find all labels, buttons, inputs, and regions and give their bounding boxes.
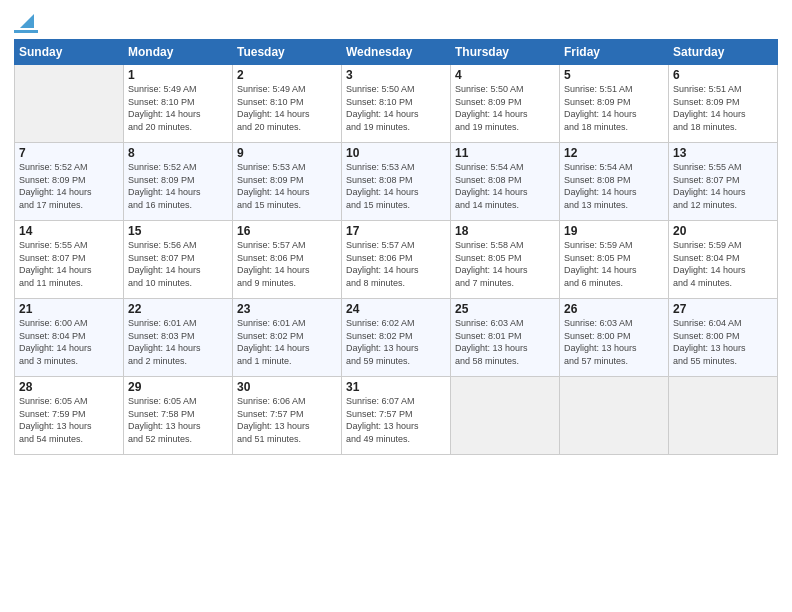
day-number: 17 [346, 224, 446, 238]
day-info: Sunrise: 5:58 AM Sunset: 8:05 PM Dayligh… [455, 239, 555, 289]
day-info: Sunrise: 6:00 AM Sunset: 8:04 PM Dayligh… [19, 317, 119, 367]
day-header-tuesday: Tuesday [233, 40, 342, 65]
calendar-cell [451, 377, 560, 455]
calendar-cell: 18Sunrise: 5:58 AM Sunset: 8:05 PM Dayli… [451, 221, 560, 299]
day-info: Sunrise: 5:49 AM Sunset: 8:10 PM Dayligh… [237, 83, 337, 133]
logo-icon [16, 10, 38, 32]
calendar-cell: 2Sunrise: 5:49 AM Sunset: 8:10 PM Daylig… [233, 65, 342, 143]
day-info: Sunrise: 5:53 AM Sunset: 8:08 PM Dayligh… [346, 161, 446, 211]
calendar-cell: 25Sunrise: 6:03 AM Sunset: 8:01 PM Dayli… [451, 299, 560, 377]
calendar-cell: 6Sunrise: 5:51 AM Sunset: 8:09 PM Daylig… [669, 65, 778, 143]
day-number: 7 [19, 146, 119, 160]
day-header-monday: Monday [124, 40, 233, 65]
calendar-cell: 8Sunrise: 5:52 AM Sunset: 8:09 PM Daylig… [124, 143, 233, 221]
day-number: 1 [128, 68, 228, 82]
day-number: 22 [128, 302, 228, 316]
day-number: 2 [237, 68, 337, 82]
day-number: 3 [346, 68, 446, 82]
calendar-cell: 16Sunrise: 5:57 AM Sunset: 8:06 PM Dayli… [233, 221, 342, 299]
day-number: 18 [455, 224, 555, 238]
week-row-3: 21Sunrise: 6:00 AM Sunset: 8:04 PM Dayli… [15, 299, 778, 377]
day-number: 31 [346, 380, 446, 394]
day-info: Sunrise: 6:03 AM Sunset: 8:01 PM Dayligh… [455, 317, 555, 367]
day-number: 10 [346, 146, 446, 160]
calendar-cell: 14Sunrise: 5:55 AM Sunset: 8:07 PM Dayli… [15, 221, 124, 299]
day-number: 9 [237, 146, 337, 160]
calendar-cell: 13Sunrise: 5:55 AM Sunset: 8:07 PM Dayli… [669, 143, 778, 221]
calendar-cell [560, 377, 669, 455]
calendar-cell: 21Sunrise: 6:00 AM Sunset: 8:04 PM Dayli… [15, 299, 124, 377]
header-row: SundayMondayTuesdayWednesdayThursdayFrid… [15, 40, 778, 65]
week-row-0: 1Sunrise: 5:49 AM Sunset: 8:10 PM Daylig… [15, 65, 778, 143]
calendar-cell: 1Sunrise: 5:49 AM Sunset: 8:10 PM Daylig… [124, 65, 233, 143]
day-number: 27 [673, 302, 773, 316]
calendar-cell: 7Sunrise: 5:52 AM Sunset: 8:09 PM Daylig… [15, 143, 124, 221]
calendar-cell [669, 377, 778, 455]
day-info: Sunrise: 5:55 AM Sunset: 8:07 PM Dayligh… [673, 161, 773, 211]
day-info: Sunrise: 5:55 AM Sunset: 8:07 PM Dayligh… [19, 239, 119, 289]
logo [14, 10, 38, 33]
calendar-cell: 28Sunrise: 6:05 AM Sunset: 7:59 PM Dayli… [15, 377, 124, 455]
day-number: 29 [128, 380, 228, 394]
day-info: Sunrise: 5:59 AM Sunset: 8:04 PM Dayligh… [673, 239, 773, 289]
calendar-cell: 15Sunrise: 5:56 AM Sunset: 8:07 PM Dayli… [124, 221, 233, 299]
calendar-cell: 23Sunrise: 6:01 AM Sunset: 8:02 PM Dayli… [233, 299, 342, 377]
day-header-saturday: Saturday [669, 40, 778, 65]
day-number: 26 [564, 302, 664, 316]
day-info: Sunrise: 6:05 AM Sunset: 7:59 PM Dayligh… [19, 395, 119, 445]
day-number: 15 [128, 224, 228, 238]
day-info: Sunrise: 5:59 AM Sunset: 8:05 PM Dayligh… [564, 239, 664, 289]
day-info: Sunrise: 5:53 AM Sunset: 8:09 PM Dayligh… [237, 161, 337, 211]
day-number: 30 [237, 380, 337, 394]
day-number: 19 [564, 224, 664, 238]
calendar-cell: 29Sunrise: 6:05 AM Sunset: 7:58 PM Dayli… [124, 377, 233, 455]
calendar-cell: 30Sunrise: 6:06 AM Sunset: 7:57 PM Dayli… [233, 377, 342, 455]
day-number: 23 [237, 302, 337, 316]
day-info: Sunrise: 6:02 AM Sunset: 8:02 PM Dayligh… [346, 317, 446, 367]
day-info: Sunrise: 5:57 AM Sunset: 8:06 PM Dayligh… [237, 239, 337, 289]
day-number: 4 [455, 68, 555, 82]
day-number: 28 [19, 380, 119, 394]
day-number: 5 [564, 68, 664, 82]
calendar-cell: 12Sunrise: 5:54 AM Sunset: 8:08 PM Dayli… [560, 143, 669, 221]
day-info: Sunrise: 5:54 AM Sunset: 8:08 PM Dayligh… [564, 161, 664, 211]
day-info: Sunrise: 5:51 AM Sunset: 8:09 PM Dayligh… [564, 83, 664, 133]
calendar-cell: 31Sunrise: 6:07 AM Sunset: 7:57 PM Dayli… [342, 377, 451, 455]
calendar-cell: 27Sunrise: 6:04 AM Sunset: 8:00 PM Dayli… [669, 299, 778, 377]
day-info: Sunrise: 6:05 AM Sunset: 7:58 PM Dayligh… [128, 395, 228, 445]
day-number: 8 [128, 146, 228, 160]
week-row-4: 28Sunrise: 6:05 AM Sunset: 7:59 PM Dayli… [15, 377, 778, 455]
calendar-cell [15, 65, 124, 143]
day-header-sunday: Sunday [15, 40, 124, 65]
day-header-thursday: Thursday [451, 40, 560, 65]
day-number: 11 [455, 146, 555, 160]
day-header-wednesday: Wednesday [342, 40, 451, 65]
day-info: Sunrise: 5:56 AM Sunset: 8:07 PM Dayligh… [128, 239, 228, 289]
calendar-cell: 10Sunrise: 5:53 AM Sunset: 8:08 PM Dayli… [342, 143, 451, 221]
calendar-cell: 20Sunrise: 5:59 AM Sunset: 8:04 PM Dayli… [669, 221, 778, 299]
day-info: Sunrise: 5:52 AM Sunset: 8:09 PM Dayligh… [128, 161, 228, 211]
day-number: 13 [673, 146, 773, 160]
calendar-cell: 5Sunrise: 5:51 AM Sunset: 8:09 PM Daylig… [560, 65, 669, 143]
day-number: 6 [673, 68, 773, 82]
day-info: Sunrise: 6:06 AM Sunset: 7:57 PM Dayligh… [237, 395, 337, 445]
calendar-cell: 19Sunrise: 5:59 AM Sunset: 8:05 PM Dayli… [560, 221, 669, 299]
logo-divider [14, 30, 38, 33]
svg-marker-0 [20, 14, 34, 28]
day-info: Sunrise: 6:01 AM Sunset: 8:02 PM Dayligh… [237, 317, 337, 367]
day-number: 21 [19, 302, 119, 316]
day-info: Sunrise: 6:01 AM Sunset: 8:03 PM Dayligh… [128, 317, 228, 367]
day-number: 14 [19, 224, 119, 238]
day-info: Sunrise: 6:07 AM Sunset: 7:57 PM Dayligh… [346, 395, 446, 445]
day-info: Sunrise: 5:54 AM Sunset: 8:08 PM Dayligh… [455, 161, 555, 211]
day-number: 24 [346, 302, 446, 316]
day-info: Sunrise: 5:50 AM Sunset: 8:09 PM Dayligh… [455, 83, 555, 133]
day-info: Sunrise: 5:52 AM Sunset: 8:09 PM Dayligh… [19, 161, 119, 211]
day-info: Sunrise: 6:04 AM Sunset: 8:00 PM Dayligh… [673, 317, 773, 367]
calendar-cell: 9Sunrise: 5:53 AM Sunset: 8:09 PM Daylig… [233, 143, 342, 221]
day-info: Sunrise: 5:51 AM Sunset: 8:09 PM Dayligh… [673, 83, 773, 133]
day-number: 12 [564, 146, 664, 160]
day-info: Sunrise: 6:03 AM Sunset: 8:00 PM Dayligh… [564, 317, 664, 367]
day-number: 20 [673, 224, 773, 238]
day-info: Sunrise: 5:49 AM Sunset: 8:10 PM Dayligh… [128, 83, 228, 133]
